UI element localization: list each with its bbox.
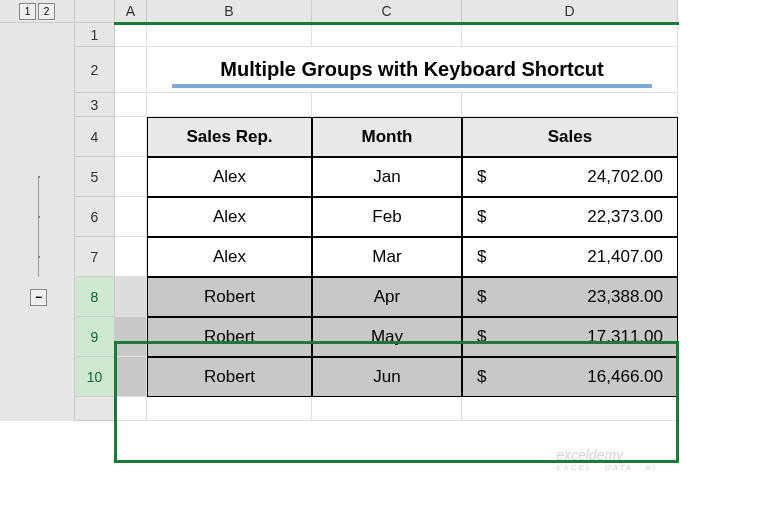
cell-D3[interactable] [462,93,678,117]
outline-gutter: − [0,277,75,317]
col-header-A[interactable]: A [115,0,147,23]
cell-A6[interactable] [115,197,147,237]
cell-month[interactable]: May [312,317,462,357]
table-header-sales[interactable]: Sales [462,117,678,157]
currency-symbol: $ [477,327,486,347]
sales-value: 22,373.00 [587,207,663,227]
select-all-corner[interactable] [75,0,115,23]
table-header-rep[interactable]: Sales Rep. [147,117,312,157]
row-header-blank[interactable] [75,397,115,421]
row-header-3[interactable]: 3 [75,93,115,117]
cell-sales[interactable]: $23,388.00 [462,277,678,317]
outline-gutter [0,397,75,421]
cell-A2[interactable] [115,47,147,93]
outline-gutter [0,237,75,277]
cell-C1[interactable] [312,23,462,47]
outline-gutter [0,93,75,117]
cell-rep[interactable]: Alex [147,237,312,277]
currency-symbol: $ [477,167,486,187]
cell-month[interactable]: Mar [312,237,462,277]
cell-A9[interactable] [115,317,147,357]
col-header-B[interactable]: B [147,0,312,23]
cell-month[interactable]: Apr [312,277,462,317]
cell-blank[interactable] [147,397,312,421]
outline-gutter [0,317,75,357]
sales-value: 23,388.00 [587,287,663,307]
outline-gutter [0,357,75,397]
cell-B1[interactable] [147,23,312,47]
cell-rep[interactable]: Robert [147,317,312,357]
currency-symbol: $ [477,367,486,387]
outline-gutter [0,157,75,197]
cell-rep[interactable]: Alex [147,157,312,197]
row-header-9[interactable]: 9 [75,317,115,357]
currency-symbol: $ [477,207,486,227]
cell-A7[interactable] [115,237,147,277]
watermark-sub: EXCEL · DATA · BI [556,463,657,472]
cell-sales[interactable]: $21,407.00 [462,237,678,277]
table-header-month[interactable]: Month [312,117,462,157]
cell-C3[interactable] [312,93,462,117]
cell-D1[interactable] [462,23,678,47]
cell-month[interactable]: Feb [312,197,462,237]
cell-A8[interactable] [115,277,147,317]
sales-value: 21,407.00 [587,247,663,267]
row-header-7[interactable]: 7 [75,237,115,277]
cell-A1[interactable] [115,23,147,47]
sales-value: 17,311.00 [587,327,663,347]
watermark: exceldemy EXCEL · DATA · BI [556,447,657,472]
row-header-8[interactable]: 8 [75,277,115,317]
spreadsheet-grid: 1 2 A B C D 1 2 Multiple Groups with Key… [0,0,767,421]
cell-sales[interactable]: $16,466.00 [462,357,678,397]
cell-rep[interactable]: Robert [147,277,312,317]
currency-symbol: $ [477,247,486,267]
cell-rep[interactable]: Robert [147,357,312,397]
row-header-1[interactable]: 1 [75,23,115,47]
cell-blank[interactable] [115,397,147,421]
col-header-C[interactable]: C [312,0,462,23]
sales-value: 24,702.00 [587,167,663,187]
outline-gutter [0,23,75,47]
page-title[interactable]: Multiple Groups with Keyboard Shortcut [147,47,678,93]
cell-month[interactable]: Jan [312,157,462,197]
row-header-6[interactable]: 6 [75,197,115,237]
cell-sales[interactable]: $17,311.00 [462,317,678,357]
outline-gutter [0,197,75,237]
outline-level-header: 1 2 [0,0,75,23]
cell-A3[interactable] [115,93,147,117]
outline-level-2[interactable]: 2 [38,3,55,20]
cell-month[interactable]: Jun [312,357,462,397]
row-header-2[interactable]: 2 [75,47,115,93]
cell-blank[interactable] [462,397,678,421]
outline-gutter [0,47,75,93]
cell-sales[interactable]: $22,373.00 [462,197,678,237]
currency-symbol: $ [477,287,486,307]
outline-gutter [0,117,75,157]
cell-A10[interactable] [115,357,147,397]
cell-B3[interactable] [147,93,312,117]
col-header-D[interactable]: D [462,0,678,23]
cell-A4[interactable] [115,117,147,157]
collapse-group-button[interactable]: − [30,289,47,306]
watermark-text: exceldemy [556,447,623,463]
cell-blank[interactable] [312,397,462,421]
sales-value: 16,466.00 [587,367,663,387]
row-header-4[interactable]: 4 [75,117,115,157]
cell-rep[interactable]: Alex [147,197,312,237]
cell-sales[interactable]: $24,702.00 [462,157,678,197]
outline-level-1[interactable]: 1 [19,3,36,20]
row-header-5[interactable]: 5 [75,157,115,197]
row-header-10[interactable]: 10 [75,357,115,397]
cell-A5[interactable] [115,157,147,197]
